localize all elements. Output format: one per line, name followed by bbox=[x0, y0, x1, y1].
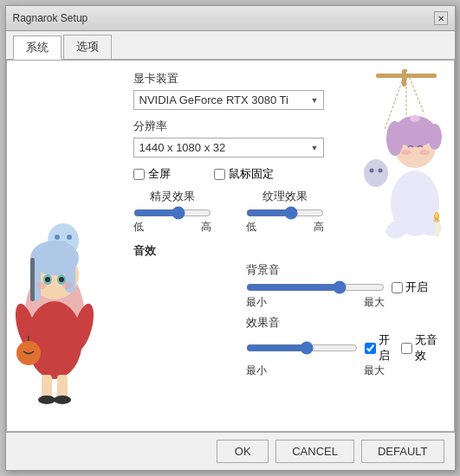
svg-point-24 bbox=[54, 396, 71, 404]
tab-system[interactable]: 系统 bbox=[13, 35, 62, 60]
window-title: Ragnarok Setup bbox=[13, 12, 88, 24]
device-dropdown-wrapper: NVIDIA GeForce RTX 3080 Ti bbox=[133, 90, 324, 110]
svg-rect-9 bbox=[30, 258, 35, 301]
device-row: NVIDIA GeForce RTX 3080 Ti bbox=[133, 90, 440, 110]
main-window: Ragnarok Setup ✕ 系统 选项 bbox=[5, 5, 456, 471]
bgm-enabled-item[interactable]: 开启 bbox=[392, 280, 428, 295]
cancel-button[interactable]: CANCEL bbox=[275, 440, 354, 463]
svg-point-16 bbox=[27, 301, 82, 379]
texture-slider[interactable] bbox=[246, 206, 324, 220]
texture-effect-label: 纹理效果 bbox=[246, 189, 324, 204]
resolution-label: 分辨率 bbox=[133, 119, 440, 134]
bgm-row: 背景音 开启 最小 最大 bbox=[246, 262, 440, 310]
audio-section: 背景音 开启 最小 最大 效果音 bbox=[246, 262, 440, 378]
resolution-row: 1440 x 1080 x 32 bbox=[133, 138, 440, 158]
svg-point-23 bbox=[38, 396, 55, 404]
device-label: 显卡装置 bbox=[133, 71, 440, 87]
tab-options[interactable]: 选项 bbox=[63, 35, 112, 59]
sfx-enabled-item[interactable]: 开启 bbox=[365, 332, 394, 363]
sfx-enabled-label: 开启 bbox=[379, 332, 394, 363]
sprite-effect-label: 精灵效果 bbox=[133, 189, 211, 204]
svg-point-4 bbox=[24, 267, 85, 370]
svg-point-0 bbox=[48, 223, 79, 258]
sfx-enabled-checkbox[interactable] bbox=[365, 343, 376, 354]
mouse-fixed-label: 鼠标固定 bbox=[229, 166, 274, 182]
svg-point-14 bbox=[36, 282, 47, 289]
svg-point-17 bbox=[11, 301, 41, 352]
tab-bar: 系统 选项 bbox=[6, 31, 455, 60]
svg-point-11 bbox=[57, 274, 66, 285]
mouse-fixed-checkbox-item[interactable]: 鼠标固定 bbox=[214, 166, 274, 182]
texture-high-label: 高 bbox=[314, 220, 324, 235]
sprite-slider[interactable] bbox=[133, 206, 211, 220]
effect-sliders-section: 精灵效果 纹理效果 低 高 低 高 bbox=[133, 189, 440, 235]
bgm-min-label: 最小 bbox=[246, 295, 267, 310]
sfx-slider[interactable] bbox=[246, 341, 359, 355]
sfx-mute-label: 无音效 bbox=[415, 332, 440, 363]
svg-point-18 bbox=[68, 301, 98, 352]
checkbox-row: 全屏 鼠标固定 bbox=[133, 166, 440, 182]
svg-point-6 bbox=[30, 241, 79, 275]
svg-point-15 bbox=[62, 282, 73, 289]
texture-low-label: 低 bbox=[246, 220, 256, 235]
fullscreen-checkbox[interactable] bbox=[133, 169, 145, 180]
sfx-row: 效果音 开启 无音效 最小 最大 bbox=[246, 315, 440, 378]
svg-rect-8 bbox=[65, 258, 75, 293]
button-bar: OK CANCEL DEFAULT bbox=[6, 432, 455, 470]
title-bar: Ragnarok Setup ✕ bbox=[6, 6, 455, 31]
svg-rect-7 bbox=[30, 258, 41, 301]
sfx-min-label: 最小 bbox=[246, 363, 267, 378]
svg-point-5 bbox=[30, 251, 79, 299]
default-button[interactable]: DEFAULT bbox=[361, 440, 444, 463]
svg-point-10 bbox=[43, 274, 52, 285]
fullscreen-checkbox-item[interactable]: 全屏 bbox=[133, 166, 171, 182]
ok-button[interactable]: OK bbox=[217, 440, 269, 463]
sfx-mute-item[interactable]: 无音效 bbox=[401, 332, 440, 363]
resolution-select[interactable]: 1440 x 1080 x 32 bbox=[133, 138, 324, 158]
sfx-mute-checkbox[interactable] bbox=[401, 343, 412, 354]
audio-section-title: 音效 bbox=[133, 243, 440, 259]
form-area: 显卡装置 NVIDIA GeForce RTX 3080 Ti 分辨率 1440… bbox=[133, 71, 440, 378]
svg-point-13 bbox=[59, 277, 64, 282]
svg-rect-21 bbox=[42, 375, 52, 399]
svg-point-19 bbox=[16, 341, 41, 365]
bgm-max-label: 最大 bbox=[364, 295, 385, 310]
svg-point-1 bbox=[55, 235, 60, 240]
sprite-high-label: 高 bbox=[201, 220, 211, 235]
sfx-max-label: 最大 bbox=[364, 363, 385, 378]
svg-point-12 bbox=[45, 277, 50, 282]
bgm-enabled-checkbox[interactable] bbox=[392, 282, 403, 293]
close-button[interactable]: ✕ bbox=[434, 11, 448, 25]
fullscreen-label: 全屏 bbox=[148, 166, 171, 182]
main-content: 显卡装置 NVIDIA GeForce RTX 3080 Ti 分辨率 1440… bbox=[6, 60, 455, 432]
mouse-fixed-checkbox[interactable] bbox=[214, 169, 225, 180]
bgm-label: 背景音 bbox=[246, 262, 440, 278]
svg-point-3 bbox=[59, 241, 68, 247]
svg-rect-22 bbox=[57, 375, 68, 399]
device-select[interactable]: NVIDIA GeForce RTX 3080 Ti bbox=[133, 90, 324, 110]
sfx-label: 效果音 bbox=[246, 315, 440, 331]
svg-point-2 bbox=[67, 235, 72, 240]
bgm-enabled-label: 开启 bbox=[405, 280, 428, 295]
resolution-dropdown-wrapper: 1440 x 1080 x 32 bbox=[133, 138, 324, 158]
sprite-low-label: 低 bbox=[133, 220, 144, 235]
character-left bbox=[7, 145, 120, 405]
bgm-slider[interactable] bbox=[246, 280, 385, 294]
